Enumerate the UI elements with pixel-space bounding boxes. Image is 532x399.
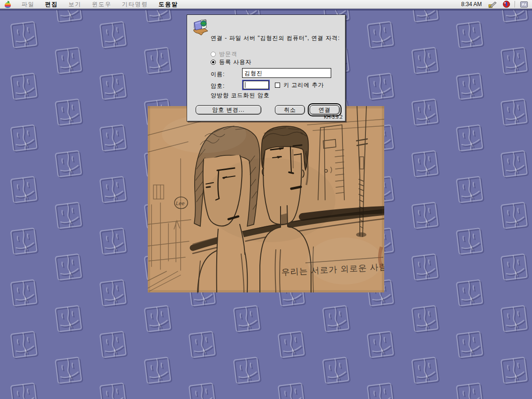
menubar-divider [515, 1, 516, 8]
menu-view[interactable]: 보기 [63, 0, 87, 8]
menu-other[interactable]: 기타명령 [117, 0, 153, 8]
radio-guest[interactable]: 방문객 [211, 50, 237, 58]
file-server-share-icon [191, 17, 209, 35]
artwork-signature: Lee [176, 200, 184, 206]
keychain-checkbox[interactable] [275, 83, 280, 88]
desktop-root: { "menubar": { "apple_menu_icon": "apple… [0, 0, 532, 399]
application-menu-icon[interactable] [520, 1, 528, 8]
version-label: KH-3.9.2 [324, 115, 342, 120]
radio-registered-label: 등록 사용자 [219, 58, 251, 66]
menubar-clock[interactable]: 8:34 AM [461, 1, 482, 8]
connect-dialog: 연결 - 파일 서버 "김형진의 컴퓨터", 연결 자격: 방문객 등록 사용자… [187, 15, 346, 122]
connect-button[interactable]: 연결 [310, 105, 340, 115]
menu-help[interactable]: 도움말 [153, 0, 183, 8]
menu-file[interactable]: 파일 [16, 0, 40, 8]
menubar-shadow [0, 9, 532, 10]
name-label: 이름: [211, 70, 225, 78]
keychain-checkbox-row[interactable]: 키 고리에 추가 [275, 81, 324, 89]
radio-registered-circle[interactable] [211, 60, 216, 65]
password-label: 암호: [211, 82, 225, 90]
encryption-note: 양방향 코드화된 암호 [211, 92, 270, 100]
dialog-title: 연결 - 파일 서버 "김형진의 컴퓨터", 연결 자격: [211, 35, 343, 41]
menu-window[interactable]: 윈도우 [87, 0, 117, 8]
desktop-artwork: Lee [148, 106, 384, 292]
input-pen-icon[interactable] [488, 0, 498, 8]
menu-bar: 파일 편집 보기 윈도우 기타명령 도움말 8:34 AM [0, 0, 532, 9]
password-input[interactable] [243, 81, 269, 89]
cancel-button[interactable]: 취소 [275, 105, 305, 115]
keychain-checkbox-label: 키 고리에 추가 [283, 81, 324, 89]
apple-menu-icon[interactable] [5, 1, 11, 8]
name-input[interactable] [242, 68, 331, 78]
red-clock-app-icon[interactable] [502, 0, 510, 8]
menu-edit[interactable]: 편집 [40, 0, 63, 8]
radio-guest-circle[interactable] [211, 52, 216, 57]
radio-registered-user[interactable]: 등록 사용자 [211, 58, 251, 66]
change-password-button[interactable]: 암호 변경... [196, 105, 261, 115]
text-caret [245, 82, 245, 88]
radio-guest-label: 방문객 [219, 50, 237, 58]
